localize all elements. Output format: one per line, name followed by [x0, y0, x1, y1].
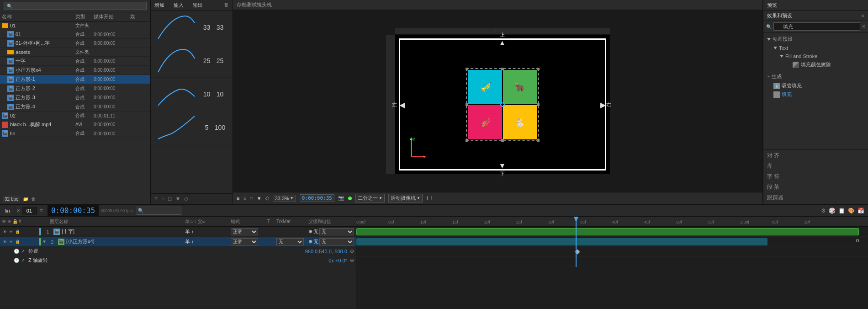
asset-row-black-b[interactable]: black b...枫醉.mp4 AVI 0:00:00:00	[0, 120, 150, 129]
curves-circle-icon[interactable]: ○	[161, 196, 164, 202]
effects-item-eyedropper[interactable]: 💧 吸管填充	[772, 81, 866, 90]
layer-2-name[interactable]: [小正方形x4]	[64, 238, 185, 245]
curves-arrow-icon[interactable]: ▼	[175, 196, 181, 202]
asset-row-sq1[interactable]: 🎬 正方形-1 合成 0:00:00:00	[0, 75, 150, 84]
timeline-tab-fin[interactable]: fin	[0, 207, 15, 215]
tab-close-fin[interactable]: ×	[15, 208, 22, 214]
layer-1-parent-select[interactable]: 无	[319, 228, 354, 235]
asset-row-fin[interactable]: 🎬 fin 合成 0:00:00:00	[0, 129, 150, 138]
tl-ctrl-2[interactable]: 🎲	[829, 208, 836, 214]
layer-2-trkmat-select[interactable]: 无	[276, 238, 304, 245]
layer-1-eye[interactable]: 👁	[2, 229, 7, 234]
expand-icon-animation	[767, 38, 771, 41]
track-ruler: 0:00f05f10f15f20f25f30f35f40f45f50f55f1:…	[356, 217, 868, 227]
effects-section-text[interactable]: Text	[772, 44, 866, 52]
tl-ctrl-5[interactable]: 📅	[857, 208, 864, 214]
tab-output[interactable]: 输出	[193, 2, 203, 9]
layer-1-lock[interactable]: 🔒	[15, 229, 20, 234]
effects-clear-icon[interactable]: ×	[862, 23, 865, 30]
timecode-value: 0:00:00:35	[302, 195, 332, 201]
asset-row-01-wk[interactable]: 🎬 01-外框+网...字 合成 0:00:00:00	[0, 39, 150, 48]
asset-row-sq3[interactable]: 🎬 正方形-3 合成 0:00:00:00	[0, 93, 150, 102]
layer-2-solo[interactable]: ☀	[8, 239, 14, 245]
canvas-arrow-icon[interactable]: ▼	[257, 196, 262, 201]
tab-delete-icon[interactable]: 🗑	[224, 2, 229, 9]
project-search-box[interactable]: 🔍	[4, 2, 147, 10]
ruler-tick-5: 25f	[516, 220, 522, 224]
effects-section-animation-presets[interactable]: 动画预设	[765, 34, 866, 44]
layer-2-eye[interactable]: 👁	[2, 239, 7, 245]
right-section-character[interactable]: 字 符	[763, 171, 868, 182]
inner-selection-box: 🎺 🐂 🎻 🐇	[466, 68, 539, 141]
curves-rect-icon[interactable]: □	[168, 196, 171, 202]
canvas-diamond-icon[interactable]: ◇	[265, 195, 269, 201]
tl-ctrl-4[interactable]: 🎨	[848, 208, 855, 214]
tl-ctrl-1[interactable]: ⚙	[821, 208, 826, 214]
delete-icon[interactable]: 🗑	[31, 197, 36, 202]
effects-section-fill-stroke[interactable]: Fill and Stroke	[778, 52, 866, 60]
layer-2-mode-select[interactable]: 正常	[231, 238, 258, 245]
canvas-rect-icon[interactable]: □	[250, 196, 253, 201]
asset-row-01-comp[interactable]: 🎬 01 合成 0:00:00:00	[0, 30, 150, 39]
handle-ml	[466, 103, 468, 106]
right-section-align[interactable]: 对 齐	[763, 150, 868, 161]
asset-row-sq2[interactable]: 🎬 正方形-2 合成 0:00:00:00	[0, 84, 150, 93]
effects-header: 效果和预设 ×	[763, 11, 868, 21]
layer-2-expand[interactable]: ▼	[42, 239, 47, 244]
asset-row-02[interactable]: 🎬 02 合成 0:00:01:11	[0, 112, 150, 120]
section-label-text: Text	[779, 45, 788, 51]
curves-menu-icon[interactable]: ≡	[154, 196, 158, 202]
fill-item-icon	[773, 91, 780, 98]
right-section-library[interactable]: 库	[763, 161, 868, 171]
arrow-bottom: ▼	[499, 162, 506, 170]
asset-row-01[interactable]: 01 文件夹	[0, 21, 150, 30]
effects-item-fill[interactable]: 填充	[772, 90, 866, 99]
layer-1-prop-slash: /	[192, 229, 193, 234]
resolution-control[interactable]: 二分之一 ▼	[355, 194, 385, 202]
asset-type-assets: 文件夹	[75, 49, 94, 55]
header-trkmat: TrkMat	[276, 219, 308, 224]
right-section-tracker[interactable]: 跟踪器	[763, 192, 868, 203]
camera-icon[interactable]: 📷	[338, 195, 344, 201]
tab-input[interactable]: 输入	[174, 2, 184, 9]
project-panel: 🔍 名称 类型 媒体开始 媒 01 文件夹 🎬 01 合成	[0, 0, 151, 204]
layer-2-lock[interactable]: 🔒	[15, 239, 20, 245]
layer-2-parent-select[interactable]: 无	[319, 238, 354, 245]
ruler-tick-9: 45f	[644, 220, 650, 224]
timeline-tab-01[interactable]: 01	[22, 207, 37, 215]
tab-menu-icon[interactable]: ≡	[37, 208, 46, 214]
curve-svg-3	[153, 80, 199, 108]
timeline-timecode: 0:00:00:35	[51, 206, 95, 215]
layer-2-trkmat: 无	[276, 238, 308, 245]
effects-section-generate[interactable]: ~ 生成	[765, 72, 866, 81]
effects-close-icon[interactable]: ×	[861, 13, 864, 19]
header-props: 单☆↑ 父∞	[185, 218, 231, 225]
canvas-circle-icon[interactable]: ○	[243, 196, 246, 201]
asset-row-sq4[interactable]: 🎬 正方形-4 合成 0:00:00:00	[0, 102, 150, 112]
effects-item-fill-color-erase-row[interactable]: 填充颜色擦除	[791, 60, 866, 69]
project-search-input[interactable]	[12, 3, 143, 9]
asset-row-assets[interactable]: assets 文件夹	[0, 48, 150, 57]
camera-control[interactable]: 活动摄像机 ▼	[388, 194, 423, 202]
header-mode: 模式	[231, 218, 267, 225]
canvas-menu-icon[interactable]: ≡	[237, 196, 239, 201]
layer-1-name[interactable]: [十字]	[60, 228, 185, 235]
timecode-display[interactable]: 0:00:00:35	[300, 194, 334, 202]
curves-diamond-icon[interactable]: ◇	[184, 196, 188, 202]
tl-ctrl-3[interactable]: 📋	[838, 208, 845, 214]
section-label-animation: 动画预设	[773, 36, 793, 43]
zoom-control[interactable]: 33.3% ▼	[273, 195, 296, 202]
effects-search-input[interactable]	[773, 22, 860, 31]
timeline-search-input[interactable]	[143, 208, 180, 213]
asset-row-cross[interactable]: 🎬 十字 合成 0:00:00:00	[0, 57, 150, 66]
bit-depth-label: 32 bpc	[3, 196, 20, 202]
new-item-icon[interactable]: 📁	[23, 197, 28, 202]
layer-1-mode-select[interactable]: 正常	[231, 228, 258, 235]
tab-add[interactable]: 增加	[154, 2, 164, 9]
tl-search-icon: 🔍	[138, 208, 143, 213]
axis-indicator: Y	[409, 136, 427, 160]
layer-1-solo[interactable]: ☀	[8, 229, 14, 234]
right-section-paragraph[interactable]: 段 落	[763, 182, 868, 192]
asset-row-small-sq[interactable]: 🎬 小正方形x4 合成 0:00:00:00	[0, 66, 150, 75]
curve-svg-2	[153, 47, 199, 75]
